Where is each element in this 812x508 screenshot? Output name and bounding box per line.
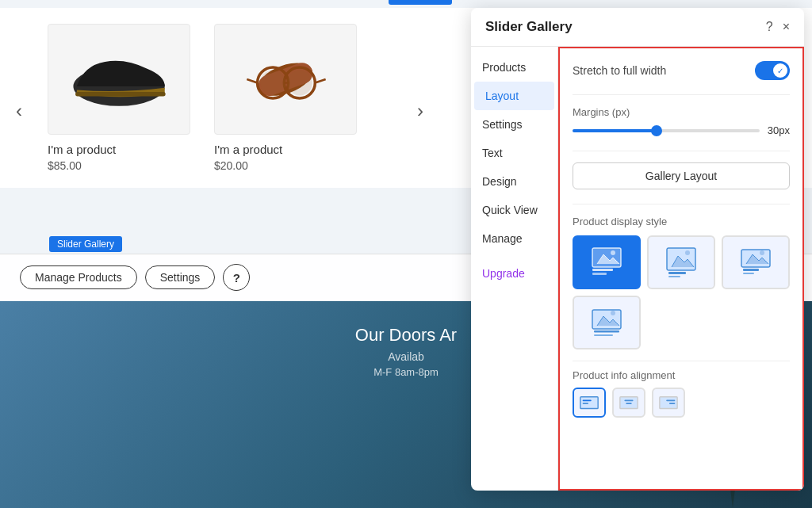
- alignment-label: Product info alignment: [573, 369, 790, 381]
- svg-rect-17: [592, 273, 607, 275]
- panel-body: Products Layout Settings Text Design Qui…: [471, 47, 804, 491]
- svg-point-8: [260, 70, 285, 95]
- product-image-1: [48, 24, 190, 135]
- svg-rect-40: [666, 399, 675, 401]
- product-card-2: I'm a product $20.00: [214, 24, 357, 172]
- svg-rect-16: [592, 269, 613, 271]
- svg-point-30: [611, 311, 615, 315]
- stretch-row: Stretch to full width ✓: [573, 61, 790, 80]
- product-price-1: $85.00: [48, 159, 82, 172]
- display-style-label: Product display style: [573, 216, 790, 227]
- display-style-item-3[interactable]: [722, 235, 790, 289]
- nav-item-quick-view[interactable]: Quick View: [471, 196, 557, 224]
- product-name-1: I'm a product: [48, 143, 116, 156]
- display-style-grid: [573, 235, 790, 289]
- svg-rect-39: [660, 397, 677, 409]
- nav-item-text[interactable]: Text: [471, 139, 557, 167]
- manage-products-button[interactable]: Manage Products: [20, 265, 137, 289]
- display-style-item-2[interactable]: [647, 235, 715, 289]
- top-blue-bar: [389, 0, 452, 5]
- svg-rect-37: [624, 399, 633, 401]
- panel-header-icons: ? ×: [766, 20, 790, 34]
- slider-thumb[interactable]: [651, 125, 662, 136]
- toggle-knob: ✓: [773, 63, 787, 78]
- gallery-layout-button[interactable]: Gallery Layout: [573, 162, 790, 189]
- bg-hours: M-F 8am-8pm: [373, 366, 439, 378]
- svg-rect-41: [669, 403, 675, 404]
- nav-arrow-right[interactable]: ›: [417, 100, 423, 122]
- nav-item-upgrade[interactable]: Upgrade: [471, 259, 557, 288]
- svg-rect-21: [668, 272, 686, 274]
- help-button[interactable]: ?: [223, 264, 250, 291]
- svg-rect-33: [580, 397, 598, 409]
- display-style-row2: [573, 296, 790, 349]
- panel-content: Stretch to full width ✓ Margins (px) 30p…: [558, 47, 804, 491]
- bg-subtitle: Availab: [388, 350, 424, 363]
- svg-rect-22: [668, 276, 680, 277]
- alignment-item-left[interactable]: [573, 388, 606, 418]
- slider-value: 30px: [768, 124, 790, 136]
- slider-track[interactable]: [573, 129, 760, 132]
- nav-item-design[interactable]: Design: [471, 167, 557, 196]
- product-card-1: I'm a product $85.00: [48, 24, 190, 172]
- nav-arrow-left[interactable]: ‹: [16, 100, 22, 122]
- slider-gallery-panel: Slider Gallery ? × Products Layout Setti…: [471, 8, 804, 491]
- svg-rect-38: [626, 403, 631, 404]
- alignment-item-right[interactable]: [652, 388, 685, 418]
- svg-point-9: [287, 70, 312, 95]
- svg-point-25: [760, 250, 764, 255]
- display-style-item-4[interactable]: [573, 296, 641, 349]
- panel-help-button[interactable]: ?: [766, 20, 773, 34]
- product-name-2: I'm a product: [214, 143, 282, 156]
- svg-rect-32: [594, 334, 613, 336]
- nav-item-settings[interactable]: Settings: [471, 110, 557, 139]
- svg-rect-31: [594, 330, 619, 333]
- margins-label: Margins (px): [573, 106, 790, 118]
- product-image-2: [214, 24, 357, 135]
- product-price-2: $20.00: [214, 159, 248, 172]
- svg-rect-2: [75, 92, 166, 96]
- bg-title: Our Doors Ar: [355, 325, 457, 346]
- slider-gallery-tab: Slider Gallery: [49, 236, 122, 252]
- panel-title: Slider Gallery: [485, 19, 573, 35]
- svg-rect-35: [583, 403, 588, 404]
- alignment-grid: [573, 388, 790, 418]
- slider-fill: [573, 129, 657, 132]
- svg-rect-27: [743, 273, 754, 274]
- stretch-toggle[interactable]: ✓: [755, 61, 790, 80]
- nav-item-layout[interactable]: Layout: [474, 82, 554, 110]
- svg-point-20: [685, 250, 690, 255]
- panel-close-button[interactable]: ×: [783, 20, 790, 34]
- alignment-item-center[interactable]: [612, 388, 645, 418]
- nav-item-manage[interactable]: Manage: [471, 224, 557, 253]
- stretch-label: Stretch to full width: [573, 64, 666, 77]
- panel-nav: Products Layout Settings Text Design Qui…: [471, 47, 558, 491]
- svg-point-15: [611, 250, 615, 255]
- panel-header: Slider Gallery ? ×: [471, 8, 804, 47]
- svg-rect-26: [743, 269, 759, 271]
- display-style-item-1[interactable]: [573, 235, 641, 289]
- nav-item-products[interactable]: Products: [471, 53, 557, 82]
- settings-button[interactable]: Settings: [145, 265, 216, 289]
- svg-rect-34: [583, 399, 592, 401]
- slider-row: 30px: [573, 124, 790, 136]
